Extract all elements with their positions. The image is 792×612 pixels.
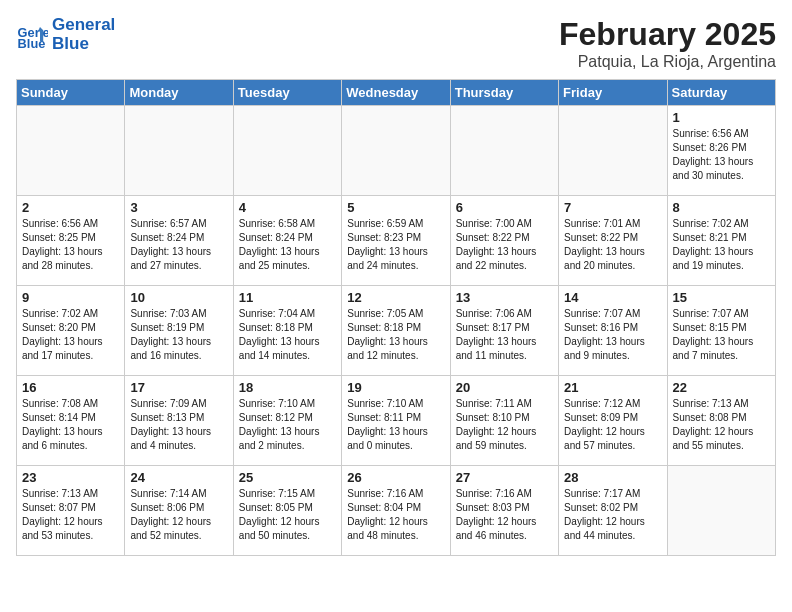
day-info: Sunrise: 7:00 AM Sunset: 8:22 PM Dayligh… — [456, 217, 553, 273]
calendar-cell: 19Sunrise: 7:10 AM Sunset: 8:11 PM Dayli… — [342, 376, 450, 466]
calendar-cell — [667, 466, 775, 556]
weekday-header-sunday: Sunday — [17, 80, 125, 106]
calendar-cell: 14Sunrise: 7:07 AM Sunset: 8:16 PM Dayli… — [559, 286, 667, 376]
day-number: 18 — [239, 380, 336, 395]
calendar-cell — [450, 106, 558, 196]
day-number: 23 — [22, 470, 119, 485]
logo-line2: Blue — [52, 35, 115, 54]
day-number: 25 — [239, 470, 336, 485]
day-info: Sunrise: 6:59 AM Sunset: 8:23 PM Dayligh… — [347, 217, 444, 273]
calendar-cell: 28Sunrise: 7:17 AM Sunset: 8:02 PM Dayli… — [559, 466, 667, 556]
week-row-4: 16Sunrise: 7:08 AM Sunset: 8:14 PM Dayli… — [17, 376, 776, 466]
calendar-cell: 7Sunrise: 7:01 AM Sunset: 8:22 PM Daylig… — [559, 196, 667, 286]
day-number: 28 — [564, 470, 661, 485]
day-info: Sunrise: 7:07 AM Sunset: 8:15 PM Dayligh… — [673, 307, 770, 363]
day-info: Sunrise: 7:02 AM Sunset: 8:21 PM Dayligh… — [673, 217, 770, 273]
calendar-cell: 25Sunrise: 7:15 AM Sunset: 8:05 PM Dayli… — [233, 466, 341, 556]
day-info: Sunrise: 6:57 AM Sunset: 8:24 PM Dayligh… — [130, 217, 227, 273]
day-number: 27 — [456, 470, 553, 485]
logo: General Blue General Blue — [16, 16, 115, 53]
day-info: Sunrise: 7:14 AM Sunset: 8:06 PM Dayligh… — [130, 487, 227, 543]
day-info: Sunrise: 7:11 AM Sunset: 8:10 PM Dayligh… — [456, 397, 553, 453]
day-number: 21 — [564, 380, 661, 395]
calendar-cell — [125, 106, 233, 196]
day-info: Sunrise: 7:17 AM Sunset: 8:02 PM Dayligh… — [564, 487, 661, 543]
day-number: 6 — [456, 200, 553, 215]
day-info: Sunrise: 7:15 AM Sunset: 8:05 PM Dayligh… — [239, 487, 336, 543]
calendar-cell: 2Sunrise: 6:56 AM Sunset: 8:25 PM Daylig… — [17, 196, 125, 286]
day-info: Sunrise: 7:10 AM Sunset: 8:11 PM Dayligh… — [347, 397, 444, 453]
calendar-cell: 8Sunrise: 7:02 AM Sunset: 8:21 PM Daylig… — [667, 196, 775, 286]
weekday-header-row: SundayMondayTuesdayWednesdayThursdayFrid… — [17, 80, 776, 106]
day-number: 13 — [456, 290, 553, 305]
week-row-5: 23Sunrise: 7:13 AM Sunset: 8:07 PM Dayli… — [17, 466, 776, 556]
calendar-cell — [233, 106, 341, 196]
day-info: Sunrise: 7:13 AM Sunset: 8:07 PM Dayligh… — [22, 487, 119, 543]
calendar-cell: 1Sunrise: 6:56 AM Sunset: 8:26 PM Daylig… — [667, 106, 775, 196]
day-number: 2 — [22, 200, 119, 215]
day-info: Sunrise: 7:09 AM Sunset: 8:13 PM Dayligh… — [130, 397, 227, 453]
weekday-header-tuesday: Tuesday — [233, 80, 341, 106]
logo-line1: General — [52, 16, 115, 35]
day-info: Sunrise: 7:05 AM Sunset: 8:18 PM Dayligh… — [347, 307, 444, 363]
calendar-cell — [17, 106, 125, 196]
weekday-header-thursday: Thursday — [450, 80, 558, 106]
calendar-cell: 13Sunrise: 7:06 AM Sunset: 8:17 PM Dayli… — [450, 286, 558, 376]
calendar-table: SundayMondayTuesdayWednesdayThursdayFrid… — [16, 79, 776, 556]
weekday-header-saturday: Saturday — [667, 80, 775, 106]
day-number: 19 — [347, 380, 444, 395]
day-info: Sunrise: 7:12 AM Sunset: 8:09 PM Dayligh… — [564, 397, 661, 453]
day-number: 3 — [130, 200, 227, 215]
day-number: 15 — [673, 290, 770, 305]
day-number: 5 — [347, 200, 444, 215]
weekday-header-monday: Monday — [125, 80, 233, 106]
calendar-cell: 20Sunrise: 7:11 AM Sunset: 8:10 PM Dayli… — [450, 376, 558, 466]
day-info: Sunrise: 7:13 AM Sunset: 8:08 PM Dayligh… — [673, 397, 770, 453]
calendar-cell: 21Sunrise: 7:12 AM Sunset: 8:09 PM Dayli… — [559, 376, 667, 466]
weekday-header-wednesday: Wednesday — [342, 80, 450, 106]
day-info: Sunrise: 6:58 AM Sunset: 8:24 PM Dayligh… — [239, 217, 336, 273]
calendar-cell: 9Sunrise: 7:02 AM Sunset: 8:20 PM Daylig… — [17, 286, 125, 376]
day-number: 7 — [564, 200, 661, 215]
day-number: 11 — [239, 290, 336, 305]
day-info: Sunrise: 7:08 AM Sunset: 8:14 PM Dayligh… — [22, 397, 119, 453]
day-number: 16 — [22, 380, 119, 395]
day-info: Sunrise: 7:10 AM Sunset: 8:12 PM Dayligh… — [239, 397, 336, 453]
calendar-cell: 16Sunrise: 7:08 AM Sunset: 8:14 PM Dayli… — [17, 376, 125, 466]
weekday-header-friday: Friday — [559, 80, 667, 106]
day-info: Sunrise: 7:02 AM Sunset: 8:20 PM Dayligh… — [22, 307, 119, 363]
day-number: 26 — [347, 470, 444, 485]
calendar-cell: 5Sunrise: 6:59 AM Sunset: 8:23 PM Daylig… — [342, 196, 450, 286]
day-info: Sunrise: 6:56 AM Sunset: 8:25 PM Dayligh… — [22, 217, 119, 273]
calendar-cell — [559, 106, 667, 196]
day-number: 4 — [239, 200, 336, 215]
day-number: 1 — [673, 110, 770, 125]
calendar-cell: 26Sunrise: 7:16 AM Sunset: 8:04 PM Dayli… — [342, 466, 450, 556]
week-row-3: 9Sunrise: 7:02 AM Sunset: 8:20 PM Daylig… — [17, 286, 776, 376]
calendar-cell: 23Sunrise: 7:13 AM Sunset: 8:07 PM Dayli… — [17, 466, 125, 556]
day-info: Sunrise: 7:07 AM Sunset: 8:16 PM Dayligh… — [564, 307, 661, 363]
day-info: Sunrise: 7:01 AM Sunset: 8:22 PM Dayligh… — [564, 217, 661, 273]
day-info: Sunrise: 7:06 AM Sunset: 8:17 PM Dayligh… — [456, 307, 553, 363]
day-number: 14 — [564, 290, 661, 305]
day-info: Sunrise: 7:03 AM Sunset: 8:19 PM Dayligh… — [130, 307, 227, 363]
month-title: February 2025 — [559, 16, 776, 53]
calendar-cell: 24Sunrise: 7:14 AM Sunset: 8:06 PM Dayli… — [125, 466, 233, 556]
calendar-cell: 4Sunrise: 6:58 AM Sunset: 8:24 PM Daylig… — [233, 196, 341, 286]
day-info: Sunrise: 7:16 AM Sunset: 8:03 PM Dayligh… — [456, 487, 553, 543]
day-number: 20 — [456, 380, 553, 395]
calendar-cell: 15Sunrise: 7:07 AM Sunset: 8:15 PM Dayli… — [667, 286, 775, 376]
calendar-cell: 18Sunrise: 7:10 AM Sunset: 8:12 PM Dayli… — [233, 376, 341, 466]
title-block: February 2025 Patquia, La Rioja, Argenti… — [559, 16, 776, 71]
day-number: 24 — [130, 470, 227, 485]
calendar-cell: 17Sunrise: 7:09 AM Sunset: 8:13 PM Dayli… — [125, 376, 233, 466]
day-info: Sunrise: 6:56 AM Sunset: 8:26 PM Dayligh… — [673, 127, 770, 183]
calendar-cell: 22Sunrise: 7:13 AM Sunset: 8:08 PM Dayli… — [667, 376, 775, 466]
week-row-2: 2Sunrise: 6:56 AM Sunset: 8:25 PM Daylig… — [17, 196, 776, 286]
calendar-cell: 6Sunrise: 7:00 AM Sunset: 8:22 PM Daylig… — [450, 196, 558, 286]
day-number: 12 — [347, 290, 444, 305]
day-number: 17 — [130, 380, 227, 395]
calendar-cell: 12Sunrise: 7:05 AM Sunset: 8:18 PM Dayli… — [342, 286, 450, 376]
logo-icon: General Blue — [16, 19, 48, 51]
day-number: 9 — [22, 290, 119, 305]
